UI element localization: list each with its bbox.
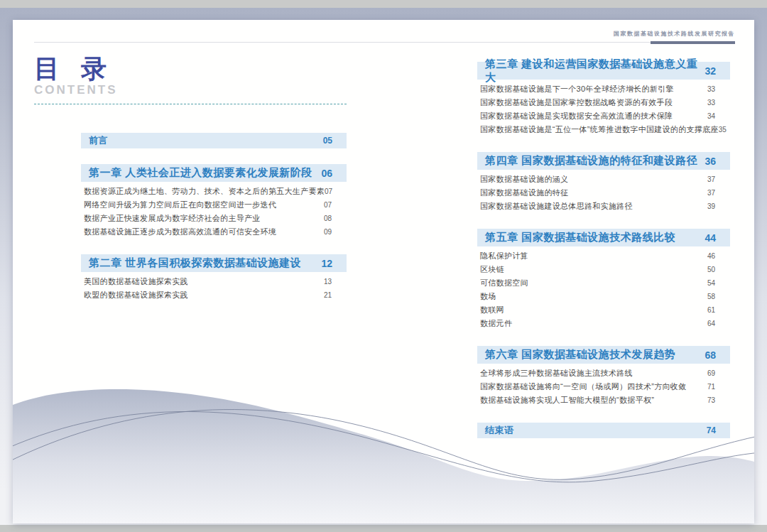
toc-item-page-number: 07 <box>325 188 332 195</box>
toc-heading-page-number: 32 <box>705 65 716 77</box>
toc-item-label: 国家数据基础设施建设总体思路和实施路径 <box>480 201 633 212</box>
toc-item-row: 隐私保护计算46 <box>477 249 730 263</box>
running-header-rule-accent <box>651 41 735 44</box>
toc-section: 第二章 世界各国积极探索数据基础设施建设12美国的数据基础设施探索实践13欧盟的… <box>81 254 347 302</box>
toc-heading-page-number: 12 <box>321 258 332 269</box>
toc-item-row: 可信数据空间54 <box>477 276 730 290</box>
toc-item-page-number: 73 <box>707 396 715 404</box>
toc-section: 第一章 人类社会正进入数据要素化发展新阶段06数据资源正成为继土地、劳动力、技术… <box>81 164 347 239</box>
toc-item-label: 美国的数据基础设施探索实践 <box>84 276 188 287</box>
toc-item-row: 国家数据基础设施将向“一空间（场或网）四技术”方向收敛71 <box>477 380 730 393</box>
toc-column-left: 前言05第一章 人类社会正进入数据要素化发展新阶段06数据资源正成为继土地、劳动… <box>81 133 347 317</box>
toc-item-row: 数据基础设施将实现人工智能大模型的“数据平权”73 <box>477 393 730 407</box>
toc-item-row: 国家数据基础设施的特征37 <box>477 186 730 200</box>
toc-heading-row: 第二章 世界各国积极探索数据基础设施建设12 <box>81 254 347 272</box>
toc-item-row: 国家数据基础设施是实现数据安全高效流通的技术保障34 <box>477 109 730 123</box>
toc-section: 第三章 建设和运营国家数据基础设施意义重大32国家数据基础设施是下一个30年全球… <box>477 62 730 136</box>
toc-heading-page-number: 05 <box>323 136 332 146</box>
toc-item-row: 国家数据基础设施的涵义37 <box>477 173 730 186</box>
toc-heading-row: 前言05 <box>81 133 347 148</box>
toc-item-label: 数场 <box>480 291 496 302</box>
document-page: 国家数据基础设施技术路线发展研究报告 目 录 CONTENTS 前言05第一章 … <box>13 20 754 523</box>
toc-item-row: 区块链50 <box>477 263 730 276</box>
toc-item-row: 全球将形成三种数据基础设施主流技术路线69 <box>477 367 730 380</box>
toc-item-label: 国家数据基础设施是“五位一体”统筹推进数字中国建设的的支撑底座 <box>480 124 719 135</box>
toc-item-page-number: 33 <box>707 99 715 107</box>
toc-section: 第五章 国家数据基础设施技术路线比较44隐私保护计算46区块链50可信数据空间5… <box>477 229 730 330</box>
toc-item-page-number: 34 <box>707 112 715 120</box>
toc-item-label: 国家数据基础设施的特征 <box>480 188 568 198</box>
bottom-gray-strip <box>0 525 767 532</box>
toc-heading-page-number: 36 <box>705 156 716 167</box>
toc-item-label: 网络空间升级为算力空间后正在向数据空间进一步迭代 <box>84 200 276 210</box>
toc-title-divider <box>34 104 347 104</box>
toc-item-label: 国家数据基础设施的涵义 <box>480 174 568 185</box>
toc-item-page-number: 46 <box>707 252 715 260</box>
toc-item-label: 可信数据空间 <box>480 278 528 288</box>
toc-item-label: 数据元件 <box>480 318 512 329</box>
toc-item-page-number: 64 <box>707 320 715 327</box>
toc-item-row: 国家数据基础设施是下一个30年全球经济增长的新引擎33 <box>477 82 730 96</box>
toc-item-label: 数联网 <box>480 305 504 315</box>
toc-item-row: 数据资源正成为继土地、劳动力、技术、资本之后的第五大生产要素07 <box>81 185 347 198</box>
toc-item-row: 数联网61 <box>477 303 730 317</box>
toc-section: 第六章 国家数据基础设施技术发展趋势68全球将形成三种数据基础设施主流技术路线6… <box>477 346 730 407</box>
toc-item-page-number: 09 <box>324 228 332 236</box>
toc-item-row: 国家数据基础设施是“五位一体”统筹推进数字中国建设的的支撑底座35 <box>477 123 730 136</box>
toc-item-page-number: 39 <box>707 202 715 210</box>
toc-heading-label: 第二章 世界各国积极探索数据基础设施建设 <box>89 256 301 270</box>
toc-heading-page-number: 06 <box>321 168 332 179</box>
toc-item-page-number: 50 <box>707 266 715 273</box>
toc-item-row: 美国的数据基础设施探索实践13 <box>81 275 347 288</box>
toc-item-label: 数据资源正成为继土地、劳动力、技术、资本之后的第五大生产要素 <box>84 186 325 197</box>
running-header-rule <box>34 42 735 43</box>
toc-item-row: 网络空间升级为算力空间后正在向数据空间进一步迭代07 <box>81 198 347 212</box>
toc-item-page-number: 33 <box>707 85 715 93</box>
toc-item-page-number: 58 <box>707 293 715 300</box>
toc-heading-row: 第三章 建设和运营国家数据基础设施意义重大32 <box>477 62 730 80</box>
toc-heading-label: 第一章 人类社会正进入数据要素化发展新阶段 <box>89 166 312 180</box>
toc-item-page-number: 54 <box>707 279 715 287</box>
toc-heading-label: 第六章 国家数据基础设施技术发展趋势 <box>485 348 675 362</box>
toc-title-block: 目 录 CONTENTS <box>34 55 347 104</box>
toc-section: 结束语74 <box>477 423 730 438</box>
toc-item-row: 国家数据基础设施建设总体思路和实施路径39 <box>477 200 730 213</box>
toc-item-label: 国家数据基础设施将向“一空间（场或网）四技术”方向收敛 <box>480 381 686 392</box>
toc-heading-page-number: 68 <box>705 349 716 361</box>
toc-item-page-number: 61 <box>707 306 715 314</box>
toc-item-row: 数场58 <box>477 290 730 303</box>
toc-item-row: 欧盟的数据基础设施探索实践21 <box>81 288 347 302</box>
toc-item-page-number: 13 <box>324 278 332 286</box>
toc-heading-row: 第一章 人类社会正进入数据要素化发展新阶段06 <box>81 164 347 182</box>
toc-heading-row: 第四章 国家数据基础设施的特征和建设路径36 <box>477 152 730 170</box>
toc-item-label: 国家数据基础设施是实现数据安全高效流通的技术保障 <box>480 111 673 121</box>
toc-item-page-number: 71 <box>707 383 715 391</box>
toc-item-label: 隐私保护计算 <box>480 251 528 261</box>
toc-heading-label: 第三章 建设和运营国家数据基础设施意义重大 <box>485 58 705 85</box>
toc-item-page-number: 07 <box>324 201 332 209</box>
toc-item-page-number: 37 <box>707 189 715 197</box>
toc-item-page-number: 21 <box>324 291 332 299</box>
toc-item-label: 数据基础设施将实现人工智能大模型的“数据平权” <box>480 395 654 406</box>
toc-item-row: 数据基础设施正逐步成为数据高效流通的可信安全环境09 <box>81 225 347 239</box>
toc-section: 前言05 <box>81 133 347 148</box>
toc-item-page-number: 08 <box>324 215 332 222</box>
toc-item-page-number: 69 <box>707 369 715 377</box>
toc-item-label: 数据产业正快速发展成为数字经济社会的主导产业 <box>84 213 261 224</box>
toc-item-label: 区块链 <box>480 264 504 275</box>
toc-heading-label: 第四章 国家数据基础设施的特征和建设路径 <box>485 154 697 168</box>
toc-item-row: 数据产业正快速发展成为数字经济社会的主导产业08 <box>81 212 347 225</box>
toc-item-label: 数据基础设施正逐步成为数据高效流通的可信安全环境 <box>84 227 276 237</box>
toc-title-en: CONTENTS <box>34 83 347 97</box>
toc-column-right: 第三章 建设和运营国家数据基础设施意义重大32国家数据基础设施是下一个30年全球… <box>477 62 730 454</box>
toc-item-page-number: 37 <box>707 175 715 183</box>
toc-heading-row: 结束语74 <box>477 423 730 438</box>
toc-item-label: 全球将形成三种数据基础设施主流技术路线 <box>480 368 633 379</box>
running-header-title: 国家数据基础设施技术路线发展研究报告 <box>614 30 735 38</box>
toc-heading-label: 结束语 <box>485 424 514 437</box>
toc-heading-label: 前言 <box>89 134 108 147</box>
toc-item-label: 欧盟的数据基础设施探索实践 <box>84 290 188 300</box>
toc-heading-row: 第六章 国家数据基础设施技术发展趋势68 <box>477 346 730 364</box>
toc-item-label: 国家数据基础设施是国家掌控数据战略资源的有效手段 <box>480 97 673 108</box>
toc-item-label: 国家数据基础设施是下一个30年全球经济增长的新引擎 <box>480 84 674 94</box>
